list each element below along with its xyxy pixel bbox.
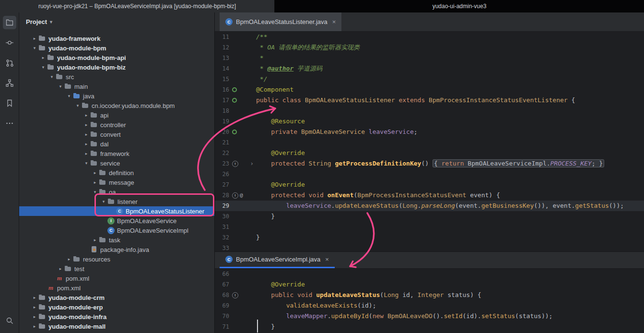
bean-gutter-icon[interactable] (232, 98, 237, 103)
code-line-22[interactable]: 22 @Override (215, 148, 644, 158)
tree-item-java[interactable]: ▾java (19, 91, 214, 101)
tree-item-package-info-java[interactable]: package-info.java (19, 245, 214, 254)
chevron-expanded-icon[interactable]: ▾ (100, 199, 107, 204)
override-gutter-icon[interactable]: ↑ (232, 161, 238, 167)
chevron-collapsed-icon[interactable]: ▸ (31, 305, 38, 309)
bean-gutter-icon[interactable] (232, 87, 237, 92)
chevron-collapsed-icon[interactable]: ▸ (82, 122, 90, 127)
tree-item-message[interactable]: ▸message (19, 178, 214, 187)
project-folder-icon[interactable] (3, 16, 16, 29)
code-line-31[interactable]: 31 (215, 222, 644, 232)
chevron-collapsed-icon[interactable]: ▸ (57, 266, 64, 271)
code-line-23[interactable]: 23↑› protected String getProcessDefiniti… (215, 158, 644, 169)
chevron-expanded-icon[interactable]: ▾ (39, 65, 47, 70)
chevron-collapsed-icon[interactable]: ▸ (82, 132, 90, 137)
window-title-left[interactable]: ruoyi-vue-pro-jdk21 – BpmOALeaveServiceI… (0, 0, 275, 12)
close-icon[interactable]: × (325, 256, 329, 263)
chevron-collapsed-icon[interactable]: ▸ (39, 55, 47, 60)
tree-item-bpmoaleaveserviceimpl[interactable]: CBpmOALeaveServiceImpl (19, 226, 214, 235)
tree-item-framework[interactable]: ▸framework (19, 149, 214, 158)
code-line-18[interactable]: 18 (215, 106, 644, 116)
bookmarks-icon[interactable] (3, 96, 16, 110)
code-line-27[interactable]: 27 @Override (215, 179, 644, 190)
window-title-right[interactable]: yudao-ui-admin-vue3 (275, 0, 644, 12)
tree-item-bpmoaleavestatuslistener[interactable]: CBpmOALeaveStatusListener (19, 206, 214, 216)
code-line-19[interactable]: 19 @Resource (215, 116, 644, 127)
code-line-33[interactable]: 33 (215, 243, 644, 251)
code-line-14[interactable]: 14 * @author 芋道源码 (215, 63, 644, 74)
project-panel-header[interactable]: Project ▾ (19, 12, 214, 31)
code-line-20[interactable]: 20 private BpmOALeaveService leaveServic… (215, 127, 644, 137)
bean-gutter-icon[interactable] (232, 130, 237, 134)
chevron-collapsed-icon[interactable]: ▸ (91, 170, 99, 175)
code-line-32[interactable]: 32} (215, 232, 644, 243)
tree-item-pom-xml[interactable]: mpom.xml (19, 283, 214, 293)
code-line-30[interactable]: 30 } (215, 211, 644, 222)
more-icon[interactable] (3, 117, 16, 130)
tree-item-yudao-module-bpm-api[interactable]: ▸yudao-module-bpm-api (19, 53, 214, 62)
tree-item-cn-iocoder-yudao-module-bpm[interactable]: ▾cn.iocoder.yudao.module.bpm (19, 101, 214, 110)
code-line-12[interactable]: 12 * OA 请假单的结果的监听器实现类 (215, 42, 644, 53)
chevron-expanded-icon[interactable]: ▾ (82, 161, 90, 166)
commit-icon[interactable] (3, 36, 16, 49)
code-line-68[interactable]: 68↑ public void updateLeaveStatus(Long i… (215, 290, 644, 300)
tree-item-yudao-module-erp[interactable]: ▸yudao-module-erp (19, 302, 214, 312)
code-line-16[interactable]: 16@Component (215, 84, 644, 95)
tree-item-yudao-module-bpm[interactable]: ▾yudao-module-bpm (19, 43, 214, 53)
tree-item-definition[interactable]: ▸definition (19, 168, 214, 178)
tree-item-oa[interactable]: ▾oa (19, 187, 214, 197)
close-icon[interactable]: × (332, 18, 336, 25)
code-line-15[interactable]: 15 */ (215, 74, 644, 84)
at-gutter-icon[interactable]: @ (240, 190, 243, 201)
tree-item-pom-xml[interactable]: mpom.xml (19, 274, 214, 283)
chevron-expanded-icon[interactable]: ▾ (74, 103, 82, 108)
chevron-collapsed-icon[interactable]: ▸ (65, 257, 73, 262)
tab-bpmoaleavestatuslistener[interactable]: C BpmOALeaveStatusListener.java × (220, 12, 341, 31)
code-line-11[interactable]: 11/** (215, 32, 644, 42)
tree-item-yudao-module-mall[interactable]: ▸yudao-module-mall (19, 321, 214, 331)
tree-item-task[interactable]: ▸task (19, 235, 214, 245)
bottom-editor[interactable]: 6667 @Override68↑ public void updateLeav… (215, 269, 644, 333)
override-gutter-icon[interactable]: ↑ (232, 192, 238, 199)
chevron-collapsed-icon[interactable]: ▸ (91, 238, 99, 242)
chevron-collapsed-icon[interactable]: ▸ (31, 295, 38, 300)
tree-item-dal[interactable]: ▸dal (19, 139, 214, 149)
tree-item-yudao-module-crm[interactable]: ▸yudao-module-crm (19, 293, 214, 302)
search-icon[interactable] (3, 314, 16, 327)
tree-item-api[interactable]: ▸api (19, 110, 214, 120)
code-line-71[interactable]: 71 } (215, 321, 644, 332)
tree-item-convert[interactable]: ▸convert (19, 130, 214, 139)
chevron-collapsed-icon[interactable]: ▸ (82, 151, 90, 156)
top-editor[interactable]: 11/**12 * OA 请假单的结果的监听器实现类13 *14 * @auth… (215, 32, 644, 251)
code-line-29[interactable]: 29 leaveService.updateLeaveStatus(Long.p… (215, 201, 644, 211)
override-gutter-icon[interactable]: ↑ (232, 292, 238, 298)
code-line-17[interactable]: 17public class BpmOALeaveStatusListener … (215, 95, 644, 106)
tree-item-yudao-module-bpm-biz[interactable]: ▾yudao-module-bpm-biz (19, 62, 214, 72)
tree-item-controller[interactable]: ▸controller (19, 120, 214, 130)
tree-item-bpmoaleaveservice[interactable]: IBpmOALeaveService (19, 216, 214, 226)
tree-item-test[interactable]: ▸test (19, 264, 214, 274)
fold-gutter-icon[interactable]: › (250, 158, 254, 169)
tree-item-listener[interactable]: ▾listener (19, 197, 214, 206)
chevron-collapsed-icon[interactable]: ▸ (31, 36, 38, 41)
folded-code[interactable]: { return BpmOALeaveServiceImpl.PROCESS_K… (433, 159, 604, 167)
chevron-expanded-icon[interactable]: ▾ (31, 46, 38, 50)
chevron-expanded-icon[interactable]: ▾ (91, 190, 99, 194)
tree-item-yudao-framework[interactable]: ▸yudao-framework (19, 34, 214, 43)
tab-bpmoaleaveserviceimpl[interactable]: C BpmOALeaveServiceImpl.java × (220, 252, 335, 268)
chevron-expanded-icon[interactable]: ▾ (65, 94, 73, 98)
chevron-collapsed-icon[interactable]: ▸ (31, 324, 38, 329)
code-line-26[interactable]: 26 (215, 169, 644, 179)
code-line-28[interactable]: 28↑@ protected void onEvent(BpmProcessIn… (215, 190, 644, 201)
code-line-69[interactable]: 69 validateLeaveExists(id); (215, 300, 644, 311)
pull-requests-icon[interactable] (3, 56, 16, 70)
code-line-70[interactable]: 70 leaveMapper.updateById(new BpmOALeave… (215, 311, 644, 321)
tree-item-service[interactable]: ▾service (19, 158, 214, 168)
chevron-collapsed-icon[interactable]: ▸ (82, 113, 90, 118)
chevron-collapsed-icon[interactable]: ▸ (31, 314, 38, 319)
tree-item-resources[interactable]: ▸resources (19, 254, 214, 264)
chevron-expanded-icon[interactable]: ▾ (57, 84, 64, 89)
tree-item-yudao-module-infra[interactable]: ▸yudao-module-infra (19, 312, 214, 321)
chevron-collapsed-icon[interactable]: ▸ (82, 142, 90, 146)
tree-item-src[interactable]: ▾src (19, 72, 214, 82)
